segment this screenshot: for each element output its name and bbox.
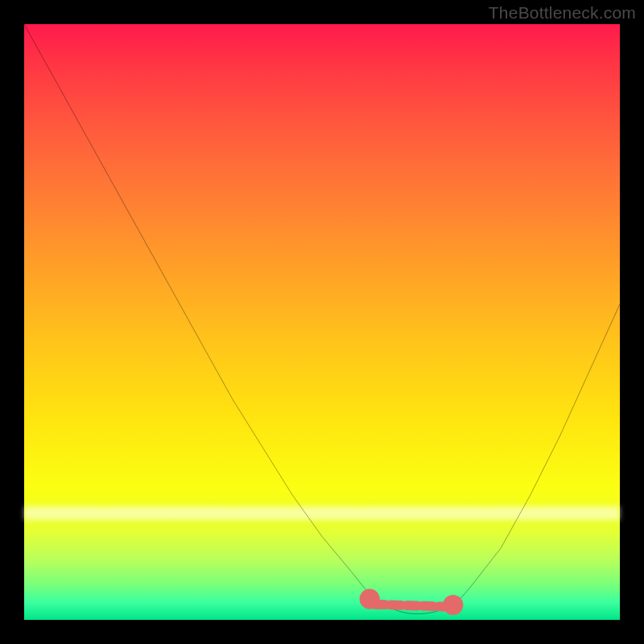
flat-region-marker [365,593,459,610]
svg-point-2 [448,600,458,610]
bottleneck-curve [24,24,620,614]
curve-layer [24,24,620,620]
chart-frame: TheBottleneck.com [0,0,644,644]
svg-line-1 [374,605,448,607]
attribution-label: TheBottleneck.com [489,3,636,23]
